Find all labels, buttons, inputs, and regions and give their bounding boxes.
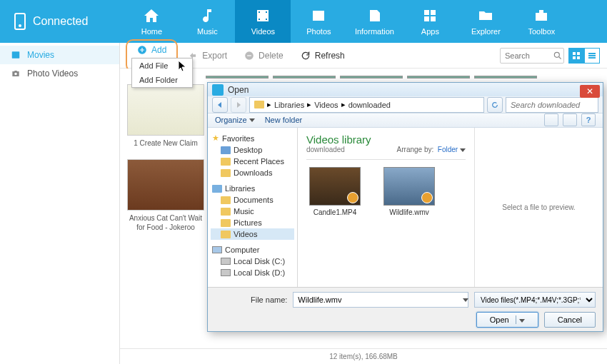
video-thumb[interactable]: Anxious Cat Can't Wait for Food - Jokero… [127,159,204,235]
tree-computer[interactable]: Computer [211,244,294,256]
strip-thumb[interactable] [340,76,403,79]
tree-disk-d[interactable]: Local Disk (D:) [211,267,294,278]
plus-icon [137,45,147,55]
dialog-titlebar[interactable]: Open ✕ [208,83,603,96]
open-split[interactable] [516,315,525,324]
new-folder-button[interactable]: New folder [265,116,303,124]
dialog-toolbar: Organize New folder ? [208,113,603,128]
nav-toolbox[interactable]: Toolbox [513,0,569,43]
sidebar-item-photo-videos[interactable]: Photo Videos [0,64,119,83]
dialog-search-input[interactable] [506,97,598,113]
list-view-button[interactable] [584,48,600,64]
arrange-value[interactable]: Folder [438,146,458,153]
folder-icon [221,231,231,238]
grid-view-button[interactable] [568,48,584,64]
nav-music[interactable]: Music [179,0,235,43]
view-toggle [568,48,600,64]
svg-point-1 [14,73,17,76]
preview-text: Select a file to preview. [502,203,575,211]
crumb[interactable]: downloaded [348,101,391,109]
view-mode-button[interactable] [544,113,558,126]
tree-desktop[interactable]: Desktop [211,144,294,156]
nav-tabs: Home Music Videos Photos Information App… [124,0,569,43]
tree-music[interactable]: Music [211,206,294,217]
top-bar: Connected Home Music Videos Photos Infor… [0,0,607,43]
arrange-by[interactable]: Arrange by: Folder [397,146,466,153]
tree-documents[interactable]: Documents [211,194,294,206]
search-icon[interactable] [553,51,563,61]
tree-downloads[interactable]: Downloads [211,167,294,178]
tree-favorites[interactable]: ★Favorites [211,132,294,144]
organize-button[interactable]: Organize [215,116,255,124]
open-button[interactable]: Open [476,312,538,328]
tree-pictures[interactable]: Pictures [211,217,294,228]
preview-pane: Select a file to preview. [474,128,603,287]
crumb-sep: ▸ [267,100,271,109]
export-label: Export [202,51,227,61]
home-icon [143,7,160,24]
tree-videos[interactable]: Videos [211,228,294,240]
back-button[interactable] [212,97,228,113]
file-thumbs: Candle1.MP4 Wildlife.wmv [306,167,466,216]
svg-rect-10 [588,53,596,54]
tree-recent[interactable]: Recent Places [211,156,294,167]
sidebar-item-movies[interactable]: Movies [0,46,119,64]
svg-rect-8 [573,56,576,59]
file-item[interactable]: Candle1.MP4 [306,167,363,216]
refresh-icon [491,101,498,108]
tree-disk-c[interactable]: Local Disk (C:) [211,256,294,267]
nav-label: Photos [306,27,331,36]
grid-icon [572,51,581,60]
file-item[interactable]: Wildlife.wmv [381,167,438,216]
refresh-label: Refresh [315,51,345,61]
nav-explorer[interactable]: Explorer [458,0,513,43]
folder-icon [221,146,231,154]
svg-rect-9 [577,56,580,59]
tree-libraries[interactable]: Libraries [211,183,294,194]
toolbox-icon [533,7,550,24]
file-name: Wildlife.wmv [381,208,438,216]
forward-button[interactable] [231,97,246,113]
filename-input[interactable] [293,292,468,308]
crumb[interactable]: Libraries [274,101,304,109]
svg-rect-7 [577,52,580,55]
svg-rect-4 [247,55,251,56]
svg-rect-0 [12,51,20,58]
help-button[interactable]: ? [581,113,596,126]
nav-videos[interactable]: Videos [235,0,291,43]
file-type-filter[interactable]: Video files(*.MP4;*.M4V;*.3GP;* [474,292,596,308]
strip-thumb[interactable] [206,76,269,79]
arrow-right-icon [235,101,242,108]
add-button[interactable]: Add [130,42,174,58]
svg-rect-12 [588,57,596,59]
crumb[interactable]: Videos [314,101,338,109]
delete-button[interactable]: Delete [237,48,291,64]
dialog-bottom: File name: Video files(*.MP4;*.M4V;*.3GP… [208,287,603,331]
sidebar: Movies Photo Videos [0,43,120,364]
dialog-tree: ★Favorites Desktop Recent Places Downloa… [208,128,298,287]
strip-thumb[interactable] [407,76,470,79]
video-thumb[interactable]: 1 Create New Claim [127,84,204,151]
chevron-down-icon [460,148,466,152]
add-folder-item[interactable]: Add Folder [132,73,192,87]
breadcrumb[interactable]: ▸ Libraries ▸ Videos ▸ downloaded [249,97,484,113]
film-icon [10,50,21,60]
nav-information[interactable]: Information [346,0,402,43]
refresh-path-button[interactable] [487,97,503,113]
device-status-text: Connected [33,15,88,28]
add-label: Add [151,45,166,55]
nav-photos[interactable]: Photos [291,0,346,43]
refresh-button[interactable]: Refresh [294,48,352,64]
file-thumb-image [309,167,361,206]
nav-label: Apps [421,27,439,36]
nav-apps[interactable]: Apps [402,0,458,43]
close-button[interactable]: ✕ [580,85,600,98]
chevron-down-icon[interactable] [463,298,468,302]
cancel-button[interactable]: Cancel [544,312,596,328]
nav-home[interactable]: Home [124,0,179,43]
strip-thumb[interactable] [273,76,336,79]
strip-thumb[interactable] [474,76,537,79]
file-thumb-image [383,167,435,206]
preview-toggle-button[interactable] [563,113,577,126]
folder-icon [221,196,231,204]
